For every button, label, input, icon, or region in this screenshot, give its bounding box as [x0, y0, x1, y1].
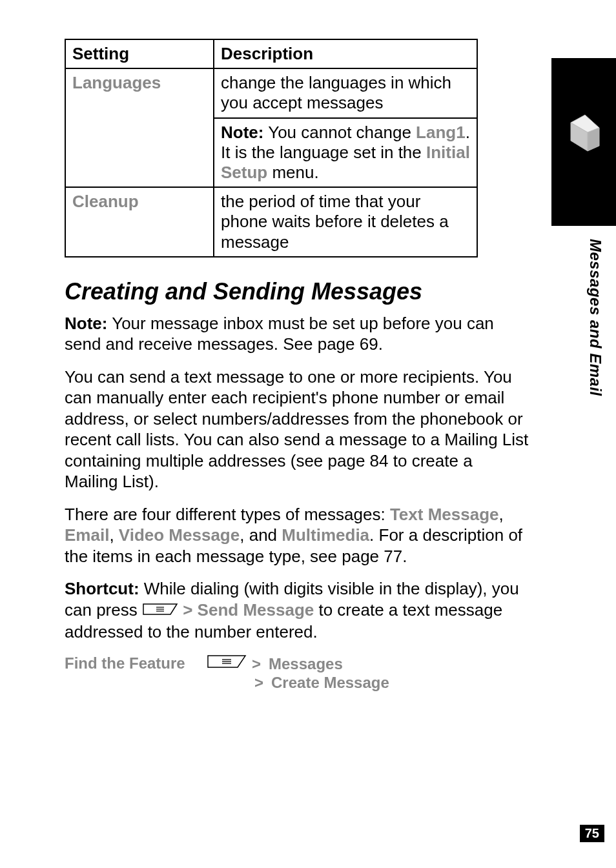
settings-table: Setting Description Languages change the… — [65, 39, 478, 257]
header-description: Description — [214, 39, 477, 68]
find-the-feature-label: Find the Feature — [65, 654, 207, 692]
languages-note: Note: You cannot change Lang1. It is the… — [214, 118, 477, 188]
languages-description: change the languages in which you accept… — [214, 68, 477, 117]
header-setting: Setting — [65, 39, 214, 68]
p3-c2: , — [109, 525, 118, 545]
lang1-label: Lang1 — [416, 123, 466, 142]
caret-icon: > — [252, 655, 263, 673]
caret: > — [178, 600, 198, 620]
envelope-icon — [570, 97, 602, 187]
side-tab — [551, 58, 616, 226]
section-title: Creating and Sending Messages — [65, 278, 551, 305]
note-text-1: You cannot change — [263, 123, 416, 142]
p3-c1: , — [498, 505, 503, 524]
note-label: Note: — [221, 123, 263, 142]
find-the-feature-block: Find the Feature > Messages > Create Mes… — [65, 654, 551, 692]
note-text-3: menu. — [267, 163, 319, 182]
table-row: Cleanup the period of time that your pho… — [65, 187, 477, 257]
table-header-row: Setting Description — [65, 39, 477, 68]
type-email: Email — [65, 525, 109, 545]
caret-icon: > — [254, 674, 266, 692]
page-container: Messages and Email Setting Description L… — [0, 0, 616, 868]
setting-name-languages: Languages — [72, 73, 161, 92]
create-message-menu-item: Create Message — [271, 674, 389, 692]
messages-menu-item: Messages — [269, 655, 343, 673]
menu-key-icon — [207, 654, 247, 674]
page-number: 75 — [580, 825, 604, 842]
cleanup-description: the period of time that your phone waits… — [214, 187, 477, 257]
setting-name-cleanup: Cleanup — [72, 192, 139, 211]
p3-c3: , and — [240, 525, 282, 545]
note-text: Your message inbox must be set up before… — [65, 314, 494, 354]
feature-steps: > Messages > Create Message — [207, 654, 551, 692]
shortcut-label: Shortcut: — [65, 579, 139, 598]
send-message-label: Send Message — [198, 600, 314, 620]
side-section-label: Messages and Email — [586, 239, 604, 396]
type-text-message: Text Message — [390, 505, 499, 524]
paragraph-body-1: You can send a text message to one or mo… — [65, 367, 529, 492]
type-multimedia: Multimedia — [282, 525, 369, 545]
type-video-message: Video Message — [119, 525, 240, 545]
paragraph-shortcut: Shortcut: While dialing (with digits vis… — [65, 578, 529, 642]
paragraph-note: Note: Your message inbox must be set up … — [65, 313, 529, 355]
note-label: Note: — [65, 314, 107, 333]
p3-pre: There are four different types of messag… — [65, 505, 390, 524]
feature-step-2: > Create Message — [207, 674, 551, 692]
paragraph-body-2: There are four different types of messag… — [65, 504, 529, 567]
table-row: Languages change the languages in which … — [65, 68, 477, 117]
feature-step-1: > Messages — [207, 654, 551, 674]
menu-key-icon — [142, 601, 178, 622]
